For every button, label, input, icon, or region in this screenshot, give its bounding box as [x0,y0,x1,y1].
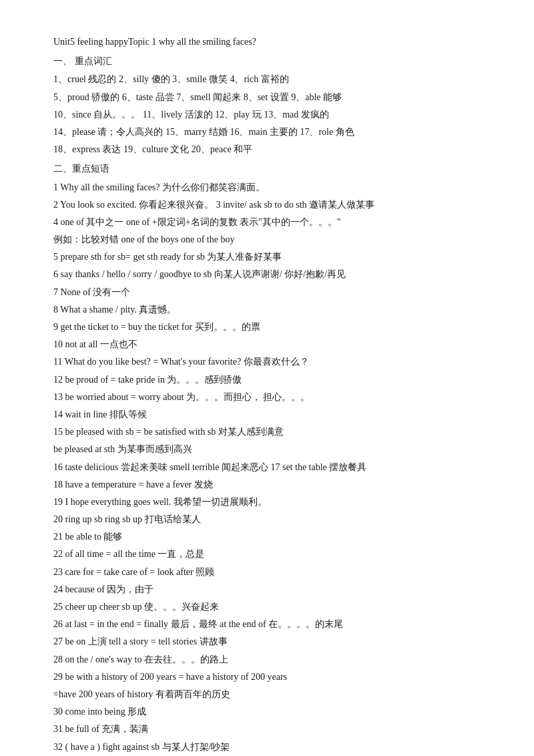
page-content: Unit5 feeling happyTopic 1 why all the s… [53,33,487,756]
phrase-line: 10 not at all 一点也不 [53,336,487,353]
phrase-line: 15 be pleased with sb = be satisfied wit… [53,423,487,440]
phrase-line: 24 because of 因为，由于 [53,581,487,598]
vocabulary-line: 18、express 表达 19、culture 文化 20、peace 和平 [53,141,487,158]
phrase-line: 12 be proud of = take pride in 为。。。感到骄傲 [53,371,487,388]
phrase-line: 29 be with a history of 200 years = have… [53,669,487,685]
phrase-line: 16 taste delicious 尝起来美味 smell terrible … [53,459,487,476]
phrase-line: 32 ( have a ) fight against sb 与某人打架/吵架 [53,739,487,755]
phrase-line: 例如：比较对错 one of the boys one of the boy [53,231,487,248]
section-vocabulary: 一、 重点词汇 1、cruel 残忍的 2、silly 傻的 3、smile 微… [53,53,487,158]
vocabulary-line: 10、since 自从。。。 11、lively 活泼的 12、play 玩 1… [53,106,487,123]
phrases-lines: 1 Why all the smiling faces? 为什么你们都笑容满面。… [53,179,487,757]
phrase-line: 21 be able to 能够 [53,528,487,545]
vocabulary-line: 5、proud 骄傲的 6、taste 品尝 7、smell 闻起来 8、set… [53,89,487,106]
phrase-line: 27 be on 上演 tell a story = tell stories … [53,633,487,650]
phrase-line: 6 say thanks / hello / sorry / goodbye t… [53,266,487,282]
phrase-line: 11 What do you like best? = What's your … [53,353,487,370]
phrase-line: 22 of all time = all the time 一直，总是 [53,546,487,562]
phrase-line: 20 ring up sb ring sb up 打电话给某人 [53,511,487,528]
phrase-line: 1 Why all the smiling faces? 为什么你们都笑容满面。 [53,179,487,196]
phrase-line: 4 one of 其中之一 one of +限定词+名词的复数 表示"其中的一个… [53,214,487,230]
vocabulary-header: 一、 重点词汇 [53,53,487,69]
section-phrases: 二、重点短语 1 Why all the smiling faces? 为什么你… [53,160,487,756]
phrase-line: 2 You look so excited. 你看起来很兴奋。 3 invite… [53,196,487,213]
phrase-line: 8 What a shame / pity. 真遗憾。 [53,301,487,318]
phrase-line: 19 I hope everything goes well. 我希望一切进展顺… [53,494,487,510]
phrase-line: 9 get the ticket to = buy the ticket for… [53,319,487,335]
vocabulary-lines: 1、cruel 残忍的 2、silly 傻的 3、smile 微笑 4、rich… [53,71,487,158]
phrase-line: 5 prepare sth for sb= get sth ready for … [53,248,487,265]
vocabulary-line: 1、cruel 残忍的 2、silly 傻的 3、smile 微笑 4、rich… [53,71,487,87]
phrase-line: 18 have a temperature = have a fever 发烧 [53,476,487,493]
phrase-line: 13 be worried about = worry about 为。。。而担… [53,389,487,405]
vocabulary-line: 14、please 请；令人高兴的 15、marry 结婚 16、main 主要… [53,124,487,140]
phrase-line: 7 None of 没有一个 [53,284,487,301]
phrase-line: 14 wait in line 排队等候 [53,406,487,423]
phrase-line: be pleased at sth 为某事而感到高兴 [53,441,487,457]
phrase-line: 28 on the / one's way to 在去往。。。的路上 [53,651,487,668]
phrases-header: 二、重点短语 [53,160,487,177]
phrase-line: 30 come into being 形成 [53,703,487,720]
phrase-line: 26 at last = in the end = finally 最后，最终 … [53,616,487,632]
phrase-line: 23 care for = take care of = look after … [53,564,487,580]
page-title: Unit5 feeling happyTopic 1 why all the s… [53,33,487,50]
phrase-line: =have 200 years of history 有着两百年的历史 [53,686,487,703]
phrase-line: 31 be full of 充满，装满 [53,721,487,737]
phrase-line: 25 cheer up cheer sb up 使。。。兴奋起来 [53,598,487,615]
